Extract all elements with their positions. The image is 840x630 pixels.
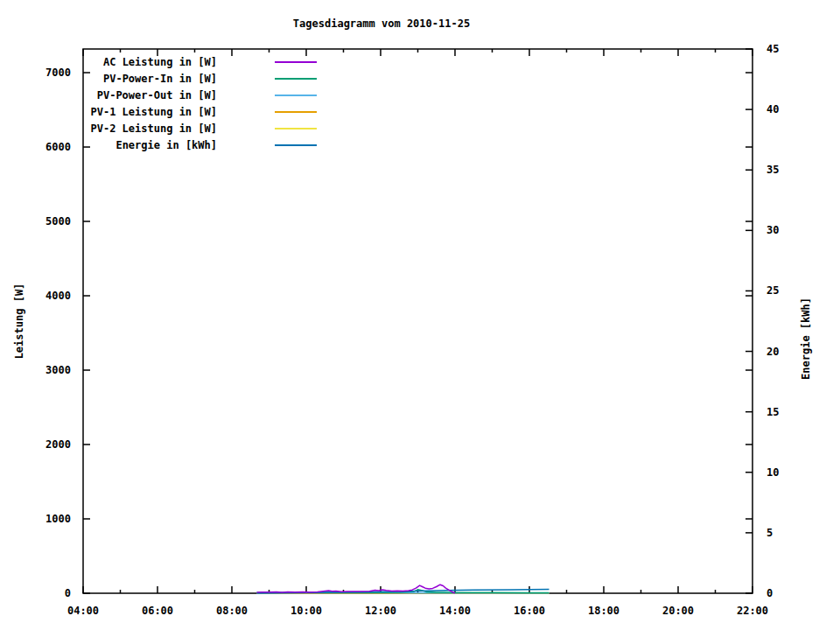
x-tick-label: 22:00 [737, 605, 768, 617]
x-tick-label: 04:00 [67, 605, 99, 617]
y2-tick-label: 15 [766, 406, 779, 418]
legend-item: PV-Power-In in [W] [0, 71, 317, 87]
y-tick-label: 5000 [46, 215, 71, 228]
legend-item: PV-Power-Out in [W] [0, 88, 317, 103]
y2-tick-label: 0 [766, 587, 773, 599]
y2-tick-label: 45 [766, 43, 779, 55]
legend-line-sample [275, 94, 317, 96]
x-tick-label: 06:00 [142, 605, 173, 617]
y-tick-label: 4000 [46, 290, 71, 302]
x-tick-label: 14:00 [439, 605, 471, 617]
legend-line-sample [275, 128, 317, 130]
legend-item: AC Leistung in [W] [0, 54, 317, 70]
x-tick-label: 18:00 [588, 605, 620, 617]
y2-tick-label: 5 [766, 527, 773, 539]
y-tick-label: 3000 [46, 364, 71, 376]
legend-label: PV-1 Leistung in [W] [0, 106, 217, 118]
y2-tick-label: 30 [766, 224, 779, 236]
legend-item: PV-1 Leistung in [W] [0, 104, 317, 120]
y-tick-label: 0 [65, 587, 71, 599]
y2-tick-label: 35 [766, 164, 779, 176]
legend-label: PV-Power-In in [W] [0, 73, 217, 85]
y2-tick-label: 40 [766, 103, 779, 116]
legend-label: AC Leistung in [W] [0, 56, 217, 68]
x-tick-label: 20:00 [662, 605, 694, 617]
y2-tick-label: 25 [766, 284, 779, 297]
x-tick-label: 12:00 [365, 605, 396, 617]
legend-line-sample [275, 144, 317, 146]
legend-line-sample [275, 61, 317, 63]
chart-canvas: Tagesdiagramm vom 2010-11-25 Leistung [W… [0, 0, 840, 630]
x-tick-label: 16:00 [514, 605, 545, 617]
y2-tick-label: 20 [766, 346, 779, 358]
legend-item: Energie in [kWh] [0, 137, 317, 153]
legend-line-sample [275, 78, 317, 80]
legend-label: PV-Power-Out in [W] [0, 89, 217, 102]
x-tick-label: 10:00 [290, 605, 322, 617]
y-tick-label: 2000 [46, 438, 71, 451]
y2-tick-label: 10 [766, 466, 779, 479]
x-tick-label: 08:00 [216, 605, 248, 617]
legend-line-sample [275, 111, 317, 113]
legend-item: PV-2 Leistung in [W] [0, 121, 317, 136]
legend-label: PV-2 Leistung in [W] [0, 122, 217, 135]
legend-label: Energie in [kWh] [0, 139, 217, 151]
y-tick-label: 1000 [46, 513, 71, 525]
